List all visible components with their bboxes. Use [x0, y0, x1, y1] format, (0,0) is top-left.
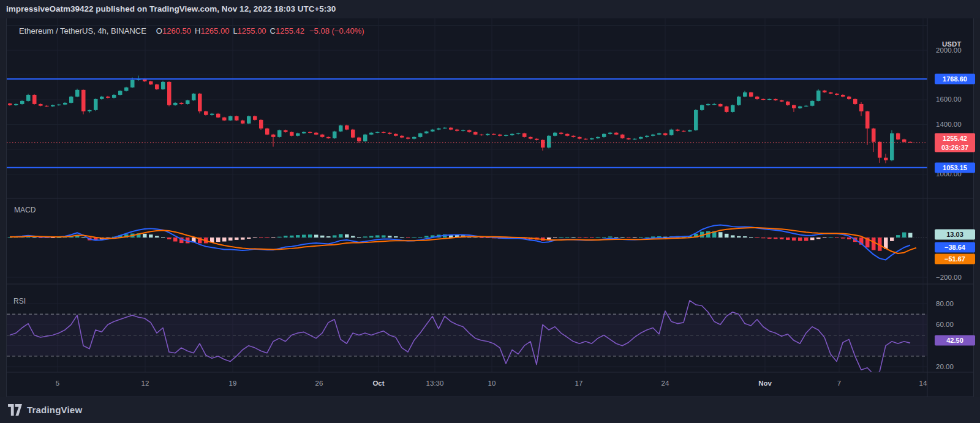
candle-body — [290, 132, 294, 136]
macd-histogram-bar — [394, 236, 398, 238]
candle-body — [841, 95, 845, 97]
candle-body — [614, 133, 619, 135]
macd-histogram-bar — [418, 237, 423, 238]
tradingview-link[interactable]: TradingView — [7, 403, 82, 416]
candle-body — [639, 137, 643, 139]
candle-body — [755, 97, 760, 99]
candle-body — [767, 99, 772, 100]
macd-histogram-bar — [553, 238, 557, 238]
candle-body — [253, 116, 257, 120]
candle-body — [149, 81, 153, 84]
macd-histogram-bar — [578, 238, 582, 238]
candle-body — [161, 82, 165, 89]
candle-body — [173, 103, 178, 105]
candle-body — [743, 92, 747, 97]
candle-body — [694, 110, 698, 130]
candle-body — [296, 133, 300, 136]
open-label: O — [156, 26, 162, 36]
macd-histogram-bar — [333, 235, 337, 238]
price-axis-label: 1600.00 — [936, 95, 962, 103]
candle-body — [663, 133, 668, 135]
macd-histogram-bar — [718, 232, 723, 238]
candle-body — [112, 95, 116, 98]
candle-body — [345, 125, 349, 130]
tradingview-logo-icon — [7, 403, 23, 416]
candle-body — [382, 132, 386, 133]
candle-body — [106, 97, 110, 98]
chart-widget[interactable]: Ethereum / TetherUS, 4h, BINANCEO1260.50… — [6, 18, 974, 397]
macd-histogram-bar — [743, 236, 747, 238]
macd-series — [8, 225, 916, 260]
candle-body — [798, 107, 802, 108]
candle-body — [437, 129, 441, 130]
macd-histogram-bar — [896, 235, 900, 238]
candle-body — [847, 97, 851, 99]
candle-body — [510, 134, 514, 135]
candle-body — [718, 104, 723, 107]
macd-histogram-bar — [222, 238, 227, 242]
candle-body — [222, 118, 227, 121]
macd-line-badge: −38.64 — [935, 242, 975, 253]
macd-histogram-bar — [651, 236, 655, 238]
macd-histogram-bar — [259, 238, 263, 238]
candle-body — [259, 120, 263, 129]
macd-histogram-bar — [792, 238, 796, 241]
candle-body — [737, 97, 741, 105]
candle-body — [118, 91, 123, 94]
macd-histogram-bar — [559, 237, 564, 238]
candle-body — [20, 101, 24, 104]
candle-body — [571, 136, 576, 137]
macd-pane-title: MACD — [14, 206, 36, 214]
macd-histogram-bar — [590, 238, 594, 238]
candle-body — [700, 105, 704, 110]
candle-body — [8, 103, 12, 105]
macd-histogram-bar — [872, 238, 876, 250]
candle-body — [14, 104, 18, 105]
macd-histogram-bar — [290, 236, 294, 238]
candle-body — [480, 135, 484, 135]
candlestick-series — [8, 76, 913, 163]
macd-histogram-bar — [363, 236, 368, 238]
candle-body — [633, 139, 637, 140]
candle-body — [32, 95, 37, 104]
candle-body — [853, 99, 858, 104]
macd-histogram-bar — [847, 238, 851, 239]
candle-body — [326, 137, 331, 138]
candle-body — [896, 133, 900, 140]
macd-histogram-bar — [565, 237, 570, 238]
candle-body — [241, 121, 245, 124]
macd-axis-label: −200.00 — [936, 274, 962, 281]
candle-body — [884, 158, 888, 160]
attribution-bar[interactable]: impressiveOatm39422 published on Trading… — [0, 0, 980, 18]
candle-body — [627, 138, 631, 140]
candle-body — [688, 130, 692, 132]
time-axis[interactable]: 5121926Oct13:30101724Nov714 — [7, 372, 927, 397]
candle-body — [865, 111, 870, 129]
macd-histogram-bar — [798, 238, 802, 241]
bar-countdown: 03:26:37 — [935, 143, 975, 152]
macd-histogram-bar — [737, 236, 741, 238]
macd-histogram-bar — [835, 238, 839, 238]
candle-body — [872, 129, 876, 142]
macd-histogram-bar — [731, 235, 735, 238]
macd-histogram-bar — [369, 236, 374, 238]
macd-histogram-bar — [308, 234, 312, 238]
candle-body — [504, 135, 508, 136]
candle-body — [302, 132, 306, 133]
candle-body — [578, 137, 582, 139]
macd-histogram-bar — [228, 238, 233, 241]
candle-body — [339, 125, 343, 132]
macd-histogram-bar — [424, 236, 429, 238]
macd-histogram-bar — [241, 238, 245, 240]
candle-body — [192, 94, 196, 100]
macd-histogram-bar — [602, 237, 606, 238]
change-value: −5.08 (−0.40%) — [309, 26, 364, 36]
candle-body — [375, 132, 380, 133]
macd-histogram-bar — [173, 238, 178, 242]
candle-body — [63, 103, 67, 105]
chart-canvas[interactable] — [7, 18, 980, 397]
last-price-badge: 1255.42 03:26:37 — [935, 133, 975, 152]
time-axis-label: 17 — [575, 380, 583, 387]
candle-body — [816, 91, 821, 101]
candle-body — [26, 95, 31, 101]
